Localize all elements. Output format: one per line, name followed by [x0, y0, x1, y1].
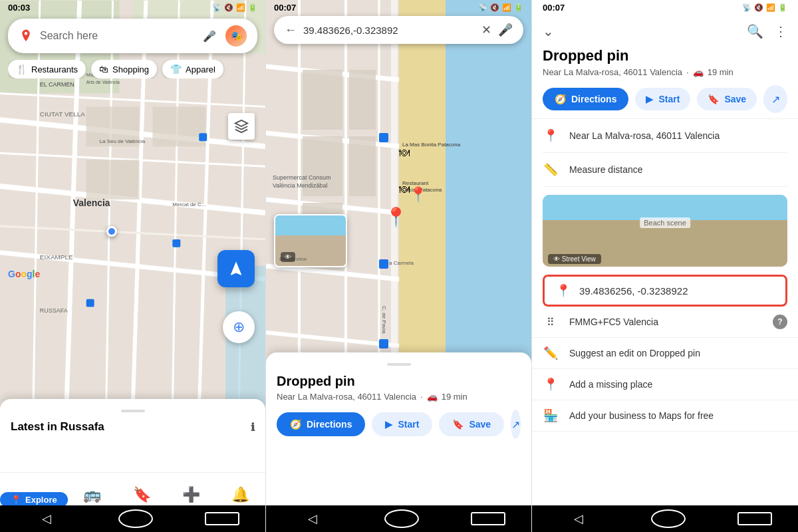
street-view-thumbnail[interactable]: Beach view 👁 — [274, 214, 347, 267]
recents-button-2[interactable] — [471, 512, 505, 525]
microphone-icon-1[interactable]: 🎤 — [200, 27, 219, 45]
sheet-handle-2 — [387, 363, 411, 366]
directions-icon-3: 🧭 — [555, 94, 566, 104]
share-button-3[interactable]: ↗ — [763, 85, 787, 113]
svg-text:Restaurant: Restaurant — [402, 180, 429, 186]
chevron-down-icon[interactable]: ⌄ — [543, 23, 554, 39]
chip-restaurants[interactable]: 🍴 Restaurants — [8, 60, 86, 78]
add-location-icon: 📍 — [543, 377, 559, 392]
svg-rect-17 — [86, 160, 140, 200]
start-button-3[interactable]: ▶ Start — [635, 88, 690, 110]
apparel-icon: 👕 — [170, 64, 182, 74]
plus-code-help-icon[interactable]: ? — [773, 315, 787, 329]
add-missing-place-item[interactable]: 📍 Add a missing place — [532, 369, 798, 400]
measure-distance-item[interactable]: 📏 Measure distance — [543, 153, 787, 187]
navigate-fab[interactable] — [217, 250, 255, 287]
back-button-2[interactable]: ◁ — [292, 506, 333, 531]
home-button-2[interactable] — [384, 509, 419, 528]
user-avatar-1[interactable]: 🎭 — [225, 25, 247, 47]
drive-icon-2: 🚗 — [427, 392, 438, 402]
svg-rect-53 — [379, 259, 388, 269]
svg-text:València Mendizábal: València Mendizábal — [273, 182, 327, 189]
chip-apparel[interactable]: 👕 Apparel — [162, 60, 223, 78]
save-button-2[interactable]: 🔖 Save — [439, 412, 504, 436]
panel-3-topbar: ⌄ 🔍 ⋮ — [543, 23, 787, 39]
latest-title: Latest in Russafa ℹ — [11, 420, 255, 434]
info-icon[interactable]: ℹ — [251, 421, 255, 434]
battery-icon-2: 🔋 — [514, 3, 523, 12]
add-business-text: Add your business to Maps for free — [569, 410, 714, 421]
add-business-item[interactable]: 🏪 Add your business to Maps for free — [532, 400, 798, 432]
dropped-pin-title: Dropped pin — [543, 47, 787, 65]
search-bar-2[interactable]: ← 39.483626,-0.323892 ✕ 🎤 — [274, 16, 523, 44]
plus-code-item[interactable]: ⠿ FMMG+FC5 Valencia ? — [532, 307, 798, 338]
saved-icon: 🔖 — [133, 486, 151, 503]
updates-icon: 🔔 — [231, 486, 249, 503]
start-icon-3: ▶ — [646, 94, 653, 104]
chip-shopping[interactable]: 🛍 Shopping — [91, 60, 157, 78]
coordinates-item[interactable]: 📍 39.4836256, -0.3238922 — [543, 275, 787, 307]
cast-icon-3: 📡 — [742, 3, 751, 12]
street-view-icon: 👁 — [281, 252, 295, 262]
back-button-1[interactable]: ◁ — [26, 506, 67, 531]
more-options-icon[interactable]: ⋮ — [774, 23, 787, 39]
search-bar-1[interactable]: Search here 🎤 🎭 — [8, 19, 257, 53]
dropped-pin-marker: 📍 — [384, 206, 408, 228]
latest-title-text: Latest in Russafa — [11, 420, 104, 434]
recents-button-1[interactable] — [205, 512, 239, 525]
directions-button-3[interactable]: 🧭 Directions — [543, 88, 628, 110]
mute-icon-3: 🔇 — [754, 3, 763, 12]
svg-text:Valencia: Valencia — [73, 198, 110, 208]
directions-button-2[interactable]: 🧭 Directions — [277, 412, 365, 436]
svg-rect-54 — [379, 339, 388, 348]
svg-text:La Mas Bonita Patacona: La Mas Bonita Patacona — [402, 142, 461, 148]
suggest-edit-item[interactable]: ✏️ Suggest an edit on Dropped pin — [532, 338, 798, 369]
measure-distance-text: Measure distance — [569, 164, 787, 175]
chip-shopping-label: Shopping — [112, 65, 149, 74]
mute-icon-2: 🔇 — [490, 3, 499, 12]
status-icons-3: 📡 🔇 📶 🔋 — [742, 3, 787, 12]
start-button-2[interactable]: ▶ Start — [372, 412, 432, 436]
panel-3-header: ⌄ 🔍 ⋮ Dropped pin Near La Malva-rosa, 46… — [532, 15, 798, 119]
home-button-1[interactable] — [118, 509, 153, 528]
pin-subtitle-text-2: Near La Malva-rosa, 46011 Valencia — [277, 392, 416, 402]
home-button-3[interactable] — [651, 509, 686, 528]
recents-button-3[interactable] — [737, 512, 772, 525]
cast-icon-2: 📡 — [478, 3, 487, 12]
google-maps-logo-icon — [19, 29, 33, 43]
gps-button[interactable]: ⊕ — [223, 311, 255, 343]
mic-icon-2[interactable]: 🎤 — [498, 23, 513, 37]
svg-rect-50 — [349, 70, 376, 130]
address-item[interactable]: 📍 Near La Malva-rosa, 46011 Valencia — [543, 119, 787, 153]
svg-rect-47 — [303, 70, 342, 130]
chip-apparel-label: Apparel — [186, 65, 215, 74]
search-input-1[interactable]: Search here — [40, 30, 194, 42]
street-view-image[interactable]: Beach scene 👁 Street View — [543, 195, 787, 267]
plus-code-grid-icon: ⠿ — [543, 316, 559, 329]
battery-icon: 🔋 — [248, 3, 257, 12]
status-bar-2: 00:07 📡 🔇 📶 🔋 — [266, 0, 531, 15]
search-value-2[interactable]: 39.483626,-0.323892 — [303, 25, 475, 36]
svg-rect-30 — [172, 239, 180, 247]
save-button-3[interactable]: 🔖 Save — [697, 88, 757, 110]
layer-button[interactable] — [228, 113, 255, 140]
directions-label-2: Directions — [307, 419, 352, 430]
search-icon-3[interactable]: 🔍 — [747, 23, 763, 39]
svg-text:a Carmela: a Carmela — [389, 260, 414, 266]
drive-time-3: 19 min — [708, 67, 733, 77]
back-button-3[interactable]: ◁ — [558, 506, 599, 531]
bottom-sheet-2: Dropped pin Near La Malva-rosa, 46011 Va… — [266, 352, 531, 505]
svg-text:Supermercat Consum: Supermercat Consum — [273, 174, 331, 181]
directions-label-3: Directions — [571, 94, 616, 104]
drive-time-2: 19 min — [442, 392, 467, 402]
status-icons-1: 📡 🔇 📶 🔋 — [212, 3, 257, 12]
clear-icon-2[interactable]: ✕ — [481, 23, 491, 37]
share-button-2[interactable]: ↗ — [511, 410, 521, 439]
pin-title-2: Dropped pin — [277, 374, 521, 389]
plus-code-text: FMMG+FC5 Valencia — [569, 317, 658, 327]
start-icon-2: ▶ — [385, 419, 392, 430]
back-arrow-icon-2[interactable]: ← — [285, 23, 297, 37]
action-buttons-2: 🧭 Directions ▶ Start 🔖 Save ↗ — [277, 410, 521, 439]
location-dot — [106, 226, 117, 237]
action-buttons-3: 🧭 Directions ▶ Start 🔖 Save ↗ — [543, 85, 787, 113]
